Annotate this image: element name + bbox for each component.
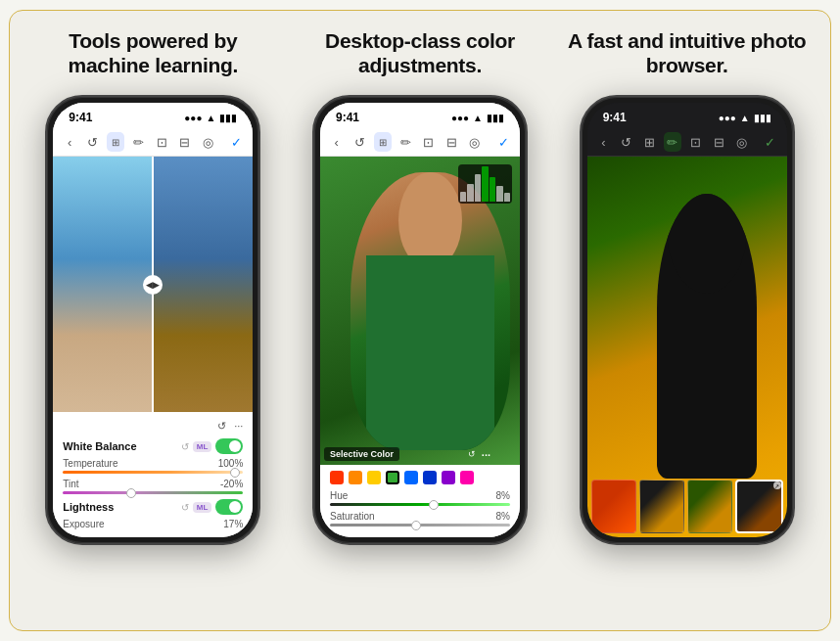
wifi-icon-2: ▲ [473, 113, 483, 123]
swatch-cyan[interactable] [404, 471, 418, 484]
temperature-thumb[interactable] [230, 468, 240, 478]
swatch-yellow[interactable] [367, 471, 381, 484]
signal-icon: ●●● [184, 113, 202, 123]
code-icon-2[interactable]: ⊞ [374, 132, 392, 152]
thumbnail-2[interactable] [639, 480, 684, 533]
check-icon-3[interactable]: ✓ [762, 132, 778, 152]
signal-icon-3: ●●● [719, 113, 736, 123]
lightness-reset-icon[interactable]: ↺ [181, 502, 189, 513]
lightness-label: Lightness [63, 501, 114, 513]
phone2-screen: 9:41 ●●● ▲ ▮▮▮ ‹ ↺ ⊞ ✏ ⊡ ⊟ ◎ [320, 103, 520, 537]
lightness-row: Lightness ↺ ML [63, 499, 243, 515]
grid-icon-3[interactable]: ⊟ [710, 132, 726, 152]
forward-icon-3[interactable]: ↺ [618, 132, 634, 152]
circle-icon-3[interactable]: ◎ [733, 132, 750, 152]
phone3-status-icons: ●●● ▲ ▮▮▮ [719, 113, 771, 123]
swatch-green[interactable] [386, 471, 399, 484]
clothing [366, 255, 494, 449]
reset-icon[interactable]: ↺ [217, 420, 226, 433]
wifi-icon-3: ▲ [740, 113, 750, 123]
panel2-title: Desktop-class color adjustments. [295, 28, 546, 77]
thumbnail-strip: ↗ [591, 480, 783, 533]
phone1-split-image: ◀▶ [53, 157, 253, 412]
selective-reset-icon[interactable]: ↺ [468, 449, 476, 461]
swatch-purple[interactable] [442, 471, 455, 484]
hue-thumb[interactable] [429, 500, 439, 510]
saturation-slider[interactable] [330, 524, 510, 527]
circle-icon-2[interactable]: ◎ [466, 132, 483, 152]
swatch-orange[interactable] [349, 471, 362, 484]
panel-photo-browser: A fast and intuitive photo browser. 9:41… [553, 28, 820, 545]
wb-reset-icon[interactable]: ↺ [181, 441, 189, 452]
phone1-screen: 9:41 ●●● ▲ ▮▮▮ ‹ ↺ ⊞ ✏ ⊡ ⊟ ◎ [53, 103, 253, 537]
brush-icon-3[interactable]: ✏ [664, 132, 681, 152]
white-balance-row: White Balance ↺ ML [63, 438, 243, 454]
exposure-row: Exposure 17% [63, 519, 243, 529]
back-icon[interactable]: ‹ [61, 132, 77, 152]
phone2-time: 9:41 [336, 111, 359, 124]
color-swatches [330, 471, 510, 484]
temperature-slider[interactable] [63, 471, 243, 474]
saturation-thumb[interactable] [411, 521, 421, 530]
saturation-label-row: Saturation 8% [330, 511, 510, 522]
code-icon-3[interactable]: ⊞ [641, 132, 658, 152]
split-handle[interactable]: ◀▶ [143, 275, 163, 295]
phone-3: 9:41 ●●● ▲ ▮▮▮ ‹ ↺ ⊞ ✏ ⊡ ⊟ ◎ [580, 95, 795, 545]
temperature-row: Temperature 100% [63, 458, 243, 474]
exposure-label: Exposure [63, 519, 104, 529]
forward-icon[interactable]: ↺ [84, 132, 101, 152]
grid-icon-2[interactable]: ⊟ [443, 132, 460, 152]
more-icon[interactable]: ··· [234, 420, 243, 433]
ml-badge-lightness: ML [193, 502, 212, 513]
hue-row: Hue 8% [330, 490, 510, 506]
swatch-red[interactable] [330, 471, 344, 484]
phone1-time: 9:41 [69, 111, 92, 124]
phone2-status-bar: 9:41 ●●● ▲ ▮▮▮ [320, 103, 520, 128]
crop-icon[interactable]: ⊡ [154, 132, 170, 152]
swatch-pink[interactable] [460, 471, 474, 484]
temperature-label-row: Temperature 100% [63, 458, 243, 469]
thumbnail-1[interactable] [591, 480, 636, 533]
check-icon[interactable]: ✓ [228, 132, 245, 152]
thumbnail-3[interactable] [687, 480, 732, 533]
hue-slider[interactable] [330, 503, 510, 506]
phone1-bottom-controls: ↺ ··· White Balance ↺ ML [53, 412, 253, 537]
phone-1: 9:41 ●●● ▲ ▮▮▮ ‹ ↺ ⊞ ✏ ⊡ ⊟ ◎ [45, 95, 260, 545]
back-icon-2[interactable]: ‹ [328, 132, 345, 152]
tint-thumb[interactable] [126, 488, 136, 498]
temperature-label: Temperature [63, 458, 117, 469]
phone-2: 9:41 ●●● ▲ ▮▮▮ ‹ ↺ ⊞ ✏ ⊡ ⊟ ◎ [312, 95, 528, 545]
swatch-blue[interactable] [423, 471, 437, 484]
saturation-value: 8% [496, 511, 510, 522]
wb-toggle[interactable] [215, 438, 243, 454]
phone3-photo: ↗ [587, 157, 787, 537]
tint-slider[interactable] [63, 491, 243, 494]
tint-row: Tint -20% [63, 479, 243, 494]
wifi-icon: ▲ [206, 113, 215, 123]
check-icon-2[interactable]: ✓ [495, 132, 512, 152]
hist-bar-1 [460, 192, 466, 203]
brush-icon[interactable]: ✏ [130, 132, 147, 152]
crop-icon-2[interactable]: ⊡ [420, 132, 437, 152]
phone1-status-bar: 9:41 ●●● ▲ ▮▮▮ [53, 103, 253, 128]
lightness-toggle[interactable] [215, 499, 243, 515]
white-balance-controls: ↺ ML [181, 438, 244, 454]
thumbnail-4[interactable]: ↗ [735, 480, 782, 533]
forward-icon-2[interactable]: ↺ [350, 132, 367, 152]
selective-color-label: Selective Color [324, 447, 399, 461]
white-balance-label: White Balance [63, 440, 136, 452]
person-silhouette [657, 194, 757, 480]
selective-controls: ↺ ··· [468, 449, 490, 461]
circle-icon[interactable]: ◎ [199, 132, 215, 152]
brush-icon-2[interactable]: ✏ [397, 132, 414, 152]
selective-more-icon[interactable]: ··· [482, 449, 490, 461]
crop-icon-3[interactable]: ⊡ [687, 132, 704, 152]
grid-icon[interactable]: ⊟ [176, 132, 193, 152]
back-icon-3[interactable]: ‹ [595, 132, 612, 152]
panel3-title: A fast and intuitive photo browser. [561, 28, 813, 77]
portrait-figure [350, 172, 510, 450]
battery-icon-2: ▮▮▮ [487, 113, 504, 123]
code-icon[interactable]: ⊞ [107, 132, 124, 152]
silhouette-bg: ↗ [587, 157, 787, 537]
hue-value: 8% [496, 490, 510, 501]
